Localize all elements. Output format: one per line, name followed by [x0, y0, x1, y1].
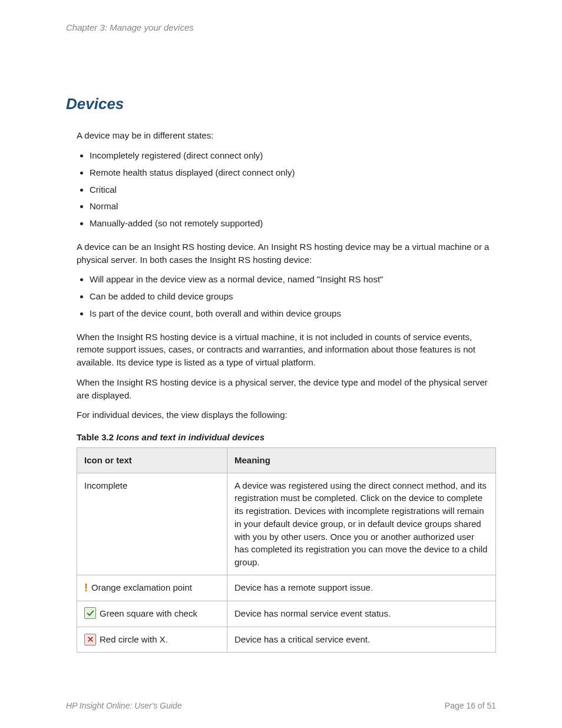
red-x-icon: [84, 634, 96, 645]
table-row: ! Orange exclamation point Device has a …: [77, 575, 496, 601]
list-item: Critical: [90, 183, 496, 196]
chapter-label: Chapter 3: Manage your devices: [66, 21, 496, 34]
footer-page-number: Page 16 of 51: [445, 700, 496, 711]
list-item: Manually-added (so not remotely supporte…: [90, 217, 496, 230]
list-item: Will appear in the device view as a norm…: [90, 273, 496, 286]
footer-guide-title: HP Insight Online: User's Guide: [66, 700, 182, 711]
table-caption-lead: Table 3.2: [77, 432, 116, 442]
row-meaning: Device has a critical service event.: [227, 627, 496, 652]
table-row: Green square with check Device has norma…: [77, 601, 496, 627]
phys-paragraph: When the Insight RS hosting device is a …: [77, 376, 496, 402]
row-meaning: Device has a remote support issue.: [227, 575, 496, 601]
intro-paragraph: A device may be in different states:: [77, 129, 496, 142]
row-meaning: A device was registered using the direct…: [227, 473, 496, 575]
table-row: Incomplete A device was registered using…: [77, 473, 496, 575]
table-row: Red circle with X. Device has a critical…: [77, 627, 496, 652]
table-header-meaning: Meaning: [227, 447, 496, 473]
page-footer: HP Insight Online: User's Guide Page 16 …: [66, 700, 496, 711]
hosting-intro-paragraph: A device can be an Insight RS hosting de…: [77, 241, 496, 266]
table-caption: Table 3.2 Icons and text in individual d…: [77, 431, 496, 444]
hosting-list: Will appear in the device view as a norm…: [77, 273, 496, 319]
list-item: Can be added to child device groups: [90, 290, 496, 303]
page: Chapter 3: Manage your devices Devices A…: [0, 0, 562, 728]
body: A device may be in different states: Inc…: [77, 129, 496, 652]
list-item: Remote health status displayed (direct c…: [90, 166, 496, 179]
row-label: Incomplete: [84, 479, 127, 492]
vm-paragraph: When the Insight RS hosting device is a …: [77, 331, 496, 369]
exclamation-icon: !: [84, 582, 88, 593]
row-label: Orange exclamation point: [91, 581, 192, 594]
section-heading-devices: Devices: [66, 93, 496, 116]
list-item: Is part of the device count, both overal…: [90, 307, 496, 320]
indiv-paragraph: For individual devices, the view display…: [77, 409, 496, 421]
row-label: Red circle with X.: [100, 633, 168, 646]
states-list: Incompletely registered (direct connect …: [77, 149, 496, 230]
green-check-icon: [84, 607, 96, 619]
row-label: Green square with check: [100, 607, 197, 620]
list-item: Normal: [90, 200, 496, 213]
table-caption-title: Icons and text in individual devices: [116, 432, 265, 442]
row-meaning: Device has normal service event status.: [227, 601, 496, 627]
table-header-icon: Icon or text: [77, 447, 227, 473]
icons-table: Icon or text Meaning Incomplete A device…: [77, 447, 496, 653]
list-item: Incompletely registered (direct connect …: [90, 149, 496, 162]
